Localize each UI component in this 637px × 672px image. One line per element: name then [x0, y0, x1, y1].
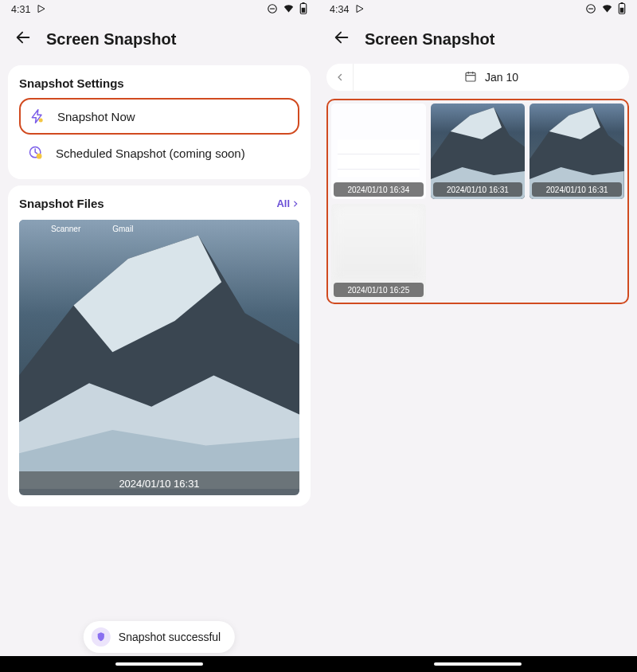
right-screen: 4:34 Screen Snapshot [318, 0, 637, 672]
snapshot-files-card: Snapshot Files All [8, 186, 311, 506]
cell-caption: 2024/01/10 16:25 [334, 283, 424, 297]
battery-icon [618, 2, 626, 17]
svg-rect-4 [303, 2, 305, 4]
cell-caption: 2024/01/10 16:31 [532, 182, 622, 197]
svg-rect-12 [620, 8, 624, 13]
chevron-right-icon [291, 200, 299, 208]
app-header: Screen Snapshot [318, 19, 637, 59]
clock-icon [27, 144, 45, 162]
svg-rect-14 [466, 72, 475, 81]
snapshot-successful-toast: Snapshot successful [84, 621, 235, 653]
files-title: Snapshot Files [19, 197, 104, 210]
battery-icon [299, 2, 307, 17]
app-header: Screen Snapshot [0, 19, 318, 59]
wifi-icon [601, 2, 613, 17]
calendar-icon [464, 70, 477, 85]
bolt-icon [29, 107, 46, 125]
snapshot-now-label: Snapshot Now [57, 110, 135, 123]
back-arrow-icon[interactable] [14, 29, 32, 49]
play-icon [37, 4, 46, 16]
back-arrow-icon[interactable] [333, 29, 350, 49]
snapshot-cell[interactable]: 2024/01/10 16:31 [431, 104, 526, 199]
snapshots-grid-highlight: 123 456 2024/01/10 16:34 2024/01/10 16:3… [326, 99, 629, 304]
nav-bar [318, 656, 637, 672]
snapshot-now-button[interactable]: Snapshot Now [19, 98, 299, 135]
all-link[interactable]: All [276, 197, 299, 209]
snapshot-settings-card: Snapshot Settings Snapshot Now Scheduled… [8, 65, 311, 179]
mountain-illustration [19, 220, 299, 489]
snapshot-cell[interactable]: 2024/01/10 16:31 [530, 104, 624, 199]
thumbnail-caption: 2024/01/10 16:31 [19, 471, 299, 495]
page-title: Screen Snapshot [365, 30, 494, 49]
chevron-left-icon [335, 72, 345, 82]
homescreen-strip: Scanner Gmail [19, 225, 299, 233]
svg-point-7 [37, 154, 42, 159]
cell-caption: 2024/01/10 16:34 [334, 182, 424, 197]
wifi-icon [283, 2, 295, 17]
date-display[interactable]: Jan 10 [354, 70, 629, 85]
page-title: Screen Snapshot [46, 30, 176, 49]
status-bar: 4:31 [0, 0, 318, 19]
toast-text: Snapshot successful [119, 631, 221, 643]
snapshots-grid: 123 456 2024/01/10 16:34 2024/01/10 16:3… [331, 104, 624, 299]
svg-rect-3 [302, 8, 306, 13]
settings-title: Snapshot Settings [19, 76, 299, 90]
date-label: Jan 10 [485, 71, 518, 84]
dnd-icon [585, 3, 596, 17]
play-icon [355, 4, 365, 16]
keypad-preview: 123 456 [338, 140, 420, 162]
snapshot-thumbnail[interactable]: Scanner Gmail 2024/01/10 16:31 [19, 220, 299, 495]
nav-bar [0, 656, 318, 672]
status-time: 4:34 [330, 4, 349, 15]
date-selector: Jan 10 [326, 64, 629, 91]
cell-caption: 2024/01/10 16:31 [433, 182, 523, 197]
snapshot-cell[interactable]: 123 456 2024/01/10 16:34 [331, 104, 426, 199]
svg-rect-13 [621, 2, 623, 4]
snapshot-cell[interactable]: 2024/01/10 16:25 [331, 204, 426, 299]
svg-point-5 [39, 119, 43, 123]
status-bar: 4:34 [318, 0, 637, 19]
status-time: 4:31 [11, 4, 30, 15]
scheduled-snapshot-row: Scheduled Snapshot (coming soon) [19, 135, 299, 171]
scheduled-snapshot-label: Scheduled Snapshot (coming soon) [56, 147, 245, 160]
prev-date-button[interactable] [326, 64, 354, 91]
left-screen: 4:31 Screen Snapshot Snapshot Settings [0, 0, 318, 672]
shield-icon [92, 627, 111, 647]
dnd-icon [267, 3, 278, 17]
